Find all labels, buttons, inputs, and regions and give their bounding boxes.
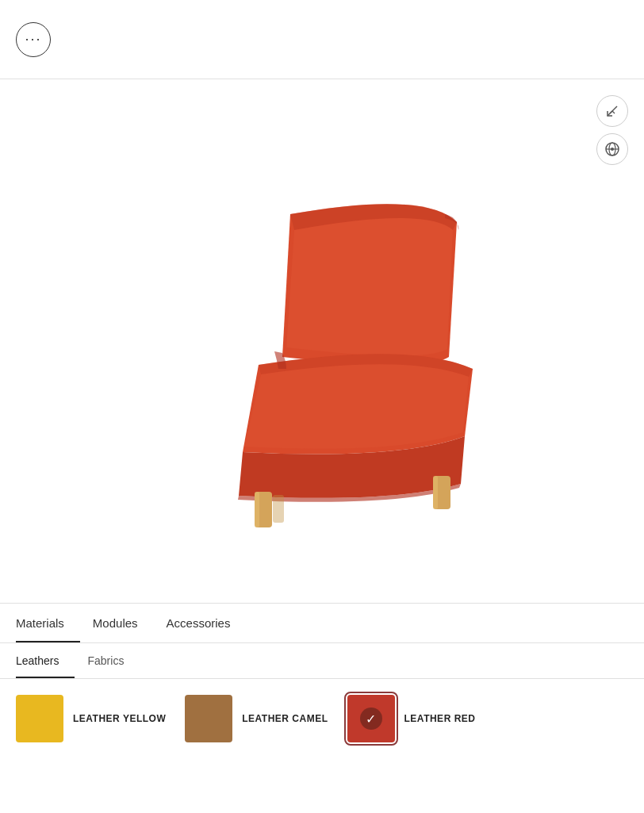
swatch-red-label: LEATHER RED bbox=[404, 713, 476, 724]
swatch-leather-red[interactable]: ✓ LEATHER RED bbox=[347, 695, 476, 742]
swatch-yellow-box: ✓ bbox=[16, 695, 63, 742]
menu-button[interactable]: ··· bbox=[16, 22, 51, 57]
svg-line-1 bbox=[612, 111, 615, 113]
svg-rect-11 bbox=[273, 495, 284, 523]
viewer-controls bbox=[596, 95, 628, 165]
tab-fabrics[interactable]: Fabrics bbox=[87, 643, 140, 678]
swatches-row: ✓ LEATHER YELLOW ✓ LEATHER CAMEL ✓ LEATH… bbox=[0, 679, 644, 758]
svg-rect-8 bbox=[255, 492, 259, 527]
measure-button[interactable] bbox=[596, 95, 628, 127]
chair-image bbox=[155, 143, 489, 539]
tab-leathers[interactable]: Leathers bbox=[16, 643, 75, 678]
swatch-red-check: ✓ bbox=[360, 708, 382, 730]
svg-rect-10 bbox=[433, 476, 438, 509]
swatch-camel-box: ✓ bbox=[185, 695, 232, 742]
tab-modules[interactable]: Modules bbox=[93, 604, 154, 642]
swatch-camel-label: LEATHER CAMEL bbox=[242, 713, 328, 724]
swatch-red-box: ✓ bbox=[347, 695, 395, 742]
viewer-area bbox=[0, 79, 644, 603]
svg-point-5 bbox=[611, 148, 614, 151]
ar-button[interactable] bbox=[596, 133, 628, 165]
sub-tabs: Leathers Fabrics bbox=[0, 643, 644, 679]
ar-icon bbox=[604, 141, 620, 157]
tab-accessories[interactable]: Accessories bbox=[167, 604, 247, 642]
measure-icon bbox=[604, 103, 620, 119]
swatch-leather-yellow[interactable]: ✓ LEATHER YELLOW bbox=[16, 695, 166, 742]
swatch-leather-camel[interactable]: ✓ LEATHER CAMEL bbox=[185, 695, 328, 742]
tab-materials[interactable]: Materials bbox=[16, 604, 80, 642]
header: ··· bbox=[0, 0, 644, 79]
chair-3d-view bbox=[155, 143, 489, 539]
main-tabs: Materials Modules Accessories bbox=[0, 604, 644, 643]
bottom-panel: Materials Modules Accessories Leathers F… bbox=[0, 603, 644, 758]
swatch-yellow-label: LEATHER YELLOW bbox=[73, 713, 166, 724]
